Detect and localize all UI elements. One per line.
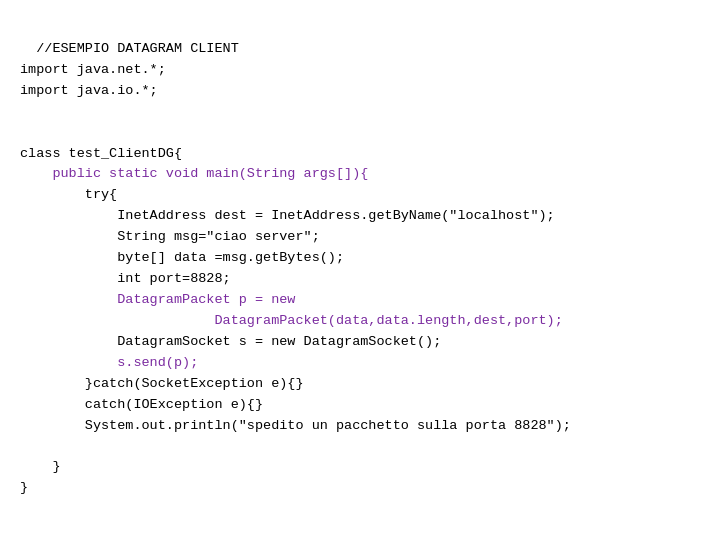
code-line: DatagramPacket(data,data.length,dest,por… — [20, 313, 563, 328]
code-line: } — [20, 480, 28, 495]
code-line: byte[] data =msg.getBytes(); — [20, 250, 344, 265]
code-line: try{ — [20, 187, 117, 202]
code-line: } — [20, 459, 61, 474]
code-line: DatagramSocket s = new DatagramSocket(); — [20, 334, 441, 349]
code-line: catch(IOException e){} — [20, 397, 263, 412]
code-line: public static void main(String args[]){ — [20, 166, 368, 181]
code-display: //ESEMPIO DATAGRAM CLIENT import java.ne… — [20, 18, 700, 520]
code-line: System.out.println("spedito un pacchetto… — [20, 418, 571, 433]
code-line: String msg="ciao server"; — [20, 229, 320, 244]
code-line: class test_ClientDG{ — [20, 146, 182, 161]
code-line: int port=8828; — [20, 271, 231, 286]
code-line: InetAddress dest = InetAddress.getByName… — [20, 208, 555, 223]
code-line: import java.net.*; — [20, 62, 166, 77]
code-line: DatagramPacket p = new — [20, 292, 295, 307]
code-line: }catch(SocketException e){} — [20, 376, 304, 391]
code-line: import java.io.*; — [20, 83, 158, 98]
code-line: s.send(p); — [20, 355, 198, 370]
code-line: //ESEMPIO DATAGRAM CLIENT — [36, 41, 239, 56]
code-content: //ESEMPIO DATAGRAM CLIENT import java.ne… — [20, 41, 571, 495]
